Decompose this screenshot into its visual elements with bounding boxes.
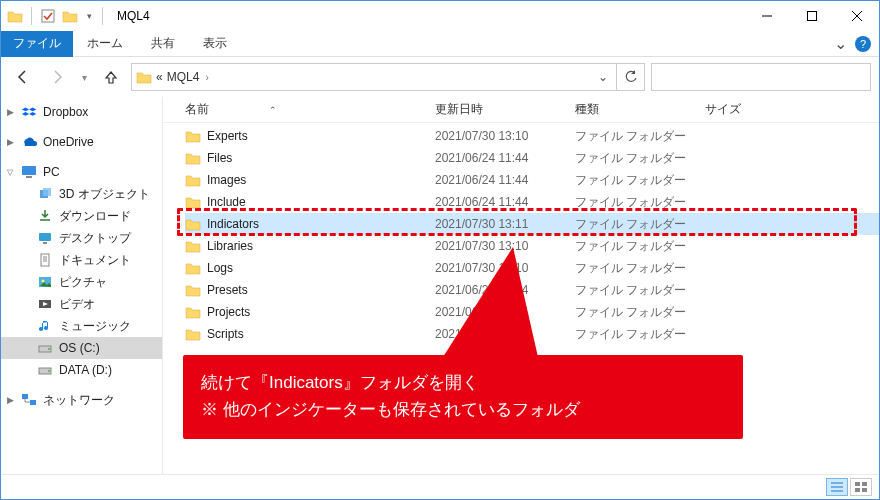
view-tab[interactable]: 表示 xyxy=(189,35,241,52)
folder-icon xyxy=(185,282,201,298)
nav-music[interactable]: ミュージック xyxy=(1,315,162,337)
nav-network[interactable]: ▶ ネットワーク xyxy=(1,389,162,411)
file-name: Logs xyxy=(207,261,233,275)
column-header-date[interactable]: 更新日時 xyxy=(435,101,575,118)
status-bar xyxy=(2,474,878,498)
main-area: ▶ Dropbox ▶ OneDrive ▽ PC 3D オブジェクト ダウンロ… xyxy=(1,97,879,475)
address-bar[interactable]: « MQL4 › ⌄ xyxy=(131,63,617,91)
nav-pc[interactable]: ▽ PC xyxy=(1,161,162,183)
nav-drive-d[interactable]: DATA (D:) xyxy=(1,359,162,381)
up-button[interactable] xyxy=(97,63,125,91)
file-name: Images xyxy=(207,173,246,187)
nav-label: ドキュメント xyxy=(59,252,131,269)
desktop-icon xyxy=(37,230,53,246)
svg-rect-5 xyxy=(22,166,36,175)
column-header-size[interactable]: サイズ xyxy=(705,101,785,118)
chevron-right-icon[interactable]: › xyxy=(203,72,210,83)
minimize-button[interactable] xyxy=(744,1,789,31)
svg-point-21 xyxy=(48,370,50,372)
nav-videos[interactable]: ビデオ xyxy=(1,293,162,315)
address-dropdown-icon[interactable]: ⌄ xyxy=(594,70,612,84)
music-icon xyxy=(37,318,53,334)
folder-icon xyxy=(185,216,201,232)
folder-icon xyxy=(185,326,201,342)
svg-rect-2 xyxy=(807,12,816,21)
chevron-down-icon[interactable]: ▽ xyxy=(7,168,13,177)
file-row[interactable]: Experts2021/07/30 13:10ファイル フォルダー xyxy=(185,125,879,147)
qat-dropdown-icon[interactable]: ▾ xyxy=(84,8,94,24)
file-row[interactable]: Files2021/06/24 11:44ファイル フォルダー xyxy=(185,147,879,169)
file-date: 2021/06/24 11:44 xyxy=(435,151,575,165)
column-header-type[interactable]: 種類 xyxy=(575,101,705,118)
file-name: Indicators xyxy=(207,217,259,231)
checkbox-icon[interactable] xyxy=(40,8,56,24)
folder-icon xyxy=(185,238,201,254)
column-header-name[interactable]: 名前⌃ xyxy=(185,101,435,118)
svg-rect-6 xyxy=(26,176,32,178)
file-row[interactable]: Indicators2021/07/30 13:11ファイル フォルダー xyxy=(185,213,879,235)
svg-rect-29 xyxy=(855,488,860,492)
close-button[interactable] xyxy=(834,1,879,31)
forward-button[interactable] xyxy=(43,63,71,91)
nav-drive-c[interactable]: OS (C:) xyxy=(1,337,162,359)
separator xyxy=(102,7,103,25)
nav-documents[interactable]: ドキュメント xyxy=(1,249,162,271)
download-icon xyxy=(37,208,53,224)
share-tab[interactable]: 共有 xyxy=(137,35,189,52)
file-tab[interactable]: ファイル xyxy=(1,31,73,57)
content-area: 名前⌃ 更新日時 種類 サイズ Experts2021/07/30 13:10フ… xyxy=(163,97,879,475)
nav-desktop[interactable]: デスクトップ xyxy=(1,227,162,249)
refresh-button[interactable] xyxy=(617,63,645,91)
nav-label: DATA (D:) xyxy=(59,363,112,377)
window-controls xyxy=(744,1,879,31)
nav-downloads[interactable]: ダウンロード xyxy=(1,205,162,227)
file-name: Experts xyxy=(207,129,248,143)
details-view-button[interactable] xyxy=(826,478,848,496)
svg-rect-0 xyxy=(42,10,54,22)
breadcrumb-prefix: « xyxy=(156,70,163,84)
help-icon[interactable]: ? xyxy=(855,36,871,52)
recent-dropdown-icon[interactable]: ▾ xyxy=(77,63,91,91)
file-name: Libraries xyxy=(207,239,253,253)
file-date: 2021/07/30 13:10 xyxy=(435,129,575,143)
qat-folder-icon[interactable] xyxy=(62,8,78,24)
home-tab[interactable]: ホーム xyxy=(73,35,137,52)
file-name: Files xyxy=(207,151,232,165)
file-date: 2021/06/24 11:44 xyxy=(435,195,575,209)
window-title: MQL4 xyxy=(111,9,744,23)
chevron-right-icon[interactable]: ▶ xyxy=(7,137,14,147)
breadcrumb-item[interactable]: MQL4 xyxy=(167,70,200,84)
videos-icon xyxy=(37,296,53,312)
objects3d-icon xyxy=(37,186,53,202)
file-row[interactable]: Images2021/06/24 11:44ファイル フォルダー xyxy=(185,169,879,191)
nav-label: PC xyxy=(43,165,60,179)
chevron-right-icon[interactable]: ▶ xyxy=(7,107,14,117)
nav-label: ネットワーク xyxy=(43,392,115,409)
file-row[interactable]: Include2021/06/24 11:44ファイル フォルダー xyxy=(185,191,879,213)
nav-label: Dropbox xyxy=(43,105,88,119)
documents-icon xyxy=(37,252,53,268)
file-type: ファイル フォルダー xyxy=(575,128,705,145)
file-type: ファイル フォルダー xyxy=(575,304,705,321)
file-type: ファイル フォルダー xyxy=(575,326,705,343)
thumbnails-view-button[interactable] xyxy=(850,478,872,496)
ribbon: ファイル ホーム 共有 表示 ⌄ ? xyxy=(1,31,879,57)
nav-onedrive[interactable]: ▶ OneDrive xyxy=(1,131,162,153)
folder-icon xyxy=(185,260,201,276)
maximize-button[interactable] xyxy=(789,1,834,31)
column-headers: 名前⌃ 更新日時 種類 サイズ xyxy=(163,97,879,123)
annotation-callout-pointer xyxy=(443,247,538,357)
search-box[interactable] xyxy=(651,63,871,91)
nav-3d-objects[interactable]: 3D オブジェクト xyxy=(1,183,162,205)
file-type: ファイル フォルダー xyxy=(575,238,705,255)
pc-icon xyxy=(21,164,37,180)
folder-icon xyxy=(185,172,201,188)
file-type: ファイル フォルダー xyxy=(575,172,705,189)
ribbon-expand-icon[interactable]: ⌄ xyxy=(826,34,855,53)
back-button[interactable] xyxy=(9,63,37,91)
nav-dropbox[interactable]: ▶ Dropbox xyxy=(1,101,162,123)
svg-rect-27 xyxy=(855,482,860,486)
chevron-right-icon[interactable]: ▶ xyxy=(7,395,14,405)
svg-rect-28 xyxy=(862,482,867,486)
nav-pictures[interactable]: ピクチャ xyxy=(1,271,162,293)
